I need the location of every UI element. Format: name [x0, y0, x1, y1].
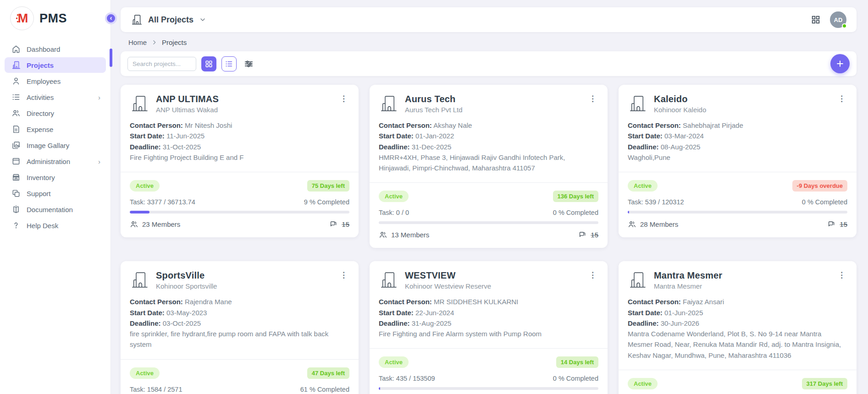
comments-count[interactable]: 15: [578, 230, 598, 239]
sidebar-item-projects[interactable]: Projects: [5, 57, 106, 73]
sidebar-item-image-gallery[interactable]: Image Gallary: [5, 137, 106, 153]
project-subtitle: Aurus Tech Pvt Ltd: [405, 106, 463, 114]
project-card[interactable]: ANP ULTIMAS ANP Ultimas Wakad ⋮ Contact …: [121, 85, 359, 237]
app-root: M PMS Dashboard Projects Employees Activ…: [0, 0, 868, 394]
chevron-right-icon: ›: [98, 93, 100, 101]
card-menu-button[interactable]: ⋮: [836, 94, 847, 104]
deadline-row: Deadline: 03-Oct-2025: [130, 318, 349, 328]
card-menu-button[interactable]: ⋮: [338, 270, 349, 280]
days-left-badge: -9 Days overdue: [792, 180, 847, 192]
comments-count[interactable]: 15: [827, 220, 847, 229]
project-title: Mantra Mesmer: [654, 270, 722, 281]
card-menu-button[interactable]: ⋮: [587, 270, 598, 280]
chat-icon: [329, 220, 338, 229]
filter-sliders-icon: [243, 59, 254, 69]
start-date-row: Start Date: 03-May-2023: [130, 307, 349, 318]
project-card[interactable]: Mantra Mesmer Mantra Mesmer ⋮ Contact Pe…: [619, 261, 857, 394]
chevron-down-icon: [199, 16, 206, 23]
grid-view-button[interactable]: [201, 56, 216, 71]
project-card[interactable]: WESTVIEW Kohinoor Westview Reserve ⋮ Con…: [370, 261, 608, 394]
add-project-button[interactable]: [830, 54, 850, 73]
avatar-initials: AD: [834, 16, 843, 23]
start-date-row: Start Date: 01-Jun-2025: [628, 307, 847, 318]
store-icon: [11, 173, 21, 182]
project-card[interactable]: Aurus Tech Aurus Tech Pvt Ltd ⋮ Contact …: [370, 85, 608, 248]
completed-percentage: 0 % Completed: [802, 198, 847, 206]
sidebar-collapse-button[interactable]: ‹: [105, 12, 117, 24]
filter-button[interactable]: [242, 57, 255, 71]
projects-toolbar: [121, 51, 857, 76]
main-content: All Projects AD Home Projects: [111, 0, 868, 394]
receipt-icon: [11, 125, 21, 134]
sidebar-item-label: Employees: [27, 77, 61, 85]
kebab-menu-icon: ⋮: [589, 94, 597, 103]
breadcrumb-home[interactable]: Home: [128, 38, 147, 46]
question-icon: [11, 221, 21, 230]
sidebar-item-employees[interactable]: Employees: [5, 73, 106, 89]
days-left-badge: 14 Days left: [556, 356, 598, 368]
sidebar-item-label: Documentation: [27, 206, 73, 213]
sidebar-item-administration[interactable]: Administration ›: [5, 153, 106, 169]
list-icon: [11, 93, 21, 102]
sidebar-item-documentation[interactable]: Documentation: [5, 202, 106, 217]
project-scope-dropdown[interactable]: All Projects: [131, 14, 206, 26]
contact-person-row: Contact Person: MR SIDDHESH KULKARNI: [379, 296, 598, 307]
building-icon: [379, 270, 398, 290]
search-input[interactable]: [127, 57, 196, 71]
avatar[interactable]: AD: [830, 11, 846, 28]
progress-bar: [628, 211, 847, 213]
people-icon: [11, 109, 21, 118]
sidebar-item-label: Expense: [27, 126, 53, 133]
deadline-row: Deadline: 30-Jun-2026: [628, 318, 847, 328]
status-badge: Active: [130, 180, 160, 192]
sidebar-item-expense[interactable]: Expense: [5, 121, 106, 137]
progress-fill: [379, 387, 380, 390]
deadline-row: Deadline: 31-Oct-2025: [130, 142, 349, 152]
contact-person-row: Contact Person: Sahebhajrat Pirjade: [628, 120, 847, 131]
building-icon: [130, 270, 149, 290]
list-view-button[interactable]: [221, 56, 237, 71]
home-icon: [11, 44, 21, 54]
card-menu-button[interactable]: ⋮: [836, 270, 847, 280]
app-logo[interactable]: M PMS: [0, 0, 111, 35]
project-subtitle: Kohinoor Kaleido: [654, 106, 706, 114]
deadline-row: Deadline: 31-Aug-2025: [379, 318, 598, 328]
start-date-row: Start Date: 01-Jan-2022: [379, 131, 598, 141]
sidebar-item-help-desk[interactable]: Help Desk: [5, 218, 106, 233]
project-title: Kaleido: [654, 94, 706, 104]
project-description: fire sprinkler, fire hydrant,fire pump r…: [130, 328, 349, 350]
status-badge: Active: [379, 191, 409, 202]
project-title: WESTVIEW: [405, 270, 491, 281]
sidebar-item-support[interactable]: Support: [5, 186, 106, 201]
sidebar-item-directory[interactable]: Directory: [5, 105, 106, 121]
project-cards-grid: ANP ULTIMAS ANP Ultimas Wakad ⋮ Contact …: [121, 85, 857, 394]
gallery-icon: [11, 141, 21, 150]
project-description: Wagholi,Pune: [628, 152, 847, 163]
card-menu-button[interactable]: ⋮: [587, 94, 598, 104]
contact-person-row: Contact Person: Faiyaz Ansari: [628, 296, 847, 307]
sidebar-item-inventory[interactable]: Inventory: [5, 170, 106, 185]
days-left-badge: 136 Days left: [553, 191, 599, 202]
card-menu-button[interactable]: ⋮: [338, 94, 349, 104]
project-card[interactable]: SportsVille Kohinoor Sportsville ⋮ Conta…: [121, 261, 359, 394]
sidebar-item-label: Directory: [27, 109, 54, 117]
building-icon: [628, 270, 647, 290]
chevron-right-icon: ›: [98, 158, 100, 165]
sidebar-item-label: Activities: [27, 93, 54, 101]
chat-icon: [827, 220, 836, 229]
members-count: 23 Members: [130, 220, 180, 229]
contact-person-row: Contact Person: Rajendra Mane: [130, 296, 349, 307]
grid-apps-icon[interactable]: [811, 15, 821, 25]
project-title: Aurus Tech: [405, 94, 463, 104]
plus-icon: [835, 59, 845, 68]
project-subtitle: ANP Ultimas Wakad: [156, 106, 219, 114]
project-card[interactable]: Kaleido Kohinoor Kaleido ⋮ Contact Perso…: [619, 85, 857, 237]
chat-icon: [578, 230, 587, 239]
contact-person-row: Contact Person: Mr Nitesh Joshi: [130, 120, 349, 131]
sidebar-item-dashboard[interactable]: Dashboard: [5, 41, 106, 57]
building-icon: [11, 60, 21, 70]
logo-icon: M: [10, 6, 34, 30]
sidebar-item-activities[interactable]: Activities ›: [5, 89, 106, 105]
comments-count[interactable]: 15: [329, 220, 349, 229]
kebab-menu-icon: ⋮: [340, 94, 348, 103]
